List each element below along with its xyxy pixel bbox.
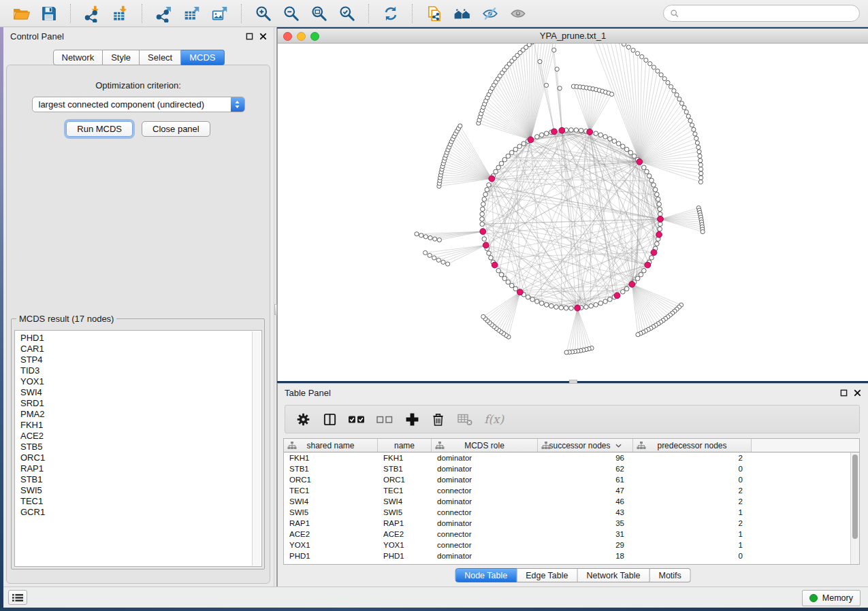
graph-node[interactable]: [658, 207, 662, 212]
mcds-result-item[interactable]: YOX1: [15, 376, 251, 387]
maximize-window-icon[interactable]: [310, 32, 319, 41]
graph-node[interactable]: [675, 93, 679, 97]
tab-node-table[interactable]: Node Table: [455, 568, 517, 582]
graph-node[interactable]: [698, 167, 703, 171]
graph-node[interactable]: [499, 161, 504, 166]
graph-node[interactable]: [436, 258, 440, 262]
graph-node[interactable]: [538, 59, 542, 63]
mcds-result-item[interactable]: STB1: [15, 474, 251, 485]
graph-dominator-node[interactable]: [637, 159, 643, 165]
graph-node[interactable]: [698, 163, 703, 167]
zoom-selected-button[interactable]: [334, 3, 359, 24]
graph-node[interactable]: [480, 212, 485, 216]
first-neighbors-button[interactable]: [449, 3, 475, 24]
graph-dominator-node[interactable]: [629, 281, 635, 287]
graph-node[interactable]: [458, 124, 462, 128]
deselect-all-rows-button[interactable]: [376, 409, 393, 429]
graph-node[interactable]: [446, 262, 450, 266]
graph-node[interactable]: [653, 187, 658, 192]
graph-node[interactable]: [608, 297, 613, 302]
close-panel-icon[interactable]: [854, 389, 861, 397]
graph-node[interactable]: [509, 150, 514, 155]
graph-node[interactable]: [621, 144, 626, 149]
mcds-result-item[interactable]: TEC1: [15, 496, 251, 507]
graph-node[interactable]: [482, 237, 487, 242]
graph-node[interactable]: [657, 202, 662, 207]
mcds-result-item[interactable]: PHD1: [15, 333, 251, 344]
graph-node[interactable]: [526, 295, 530, 299]
graph-node[interactable]: [610, 92, 614, 96]
graph-node[interactable]: [649, 256, 654, 261]
graph-node[interactable]: [419, 233, 423, 237]
graph-node[interactable]: [544, 83, 548, 87]
delete-column-button[interactable]: [430, 409, 447, 429]
graph-dominator-node[interactable]: [551, 129, 558, 135]
graph-node[interactable]: [482, 197, 487, 202]
graph-dominator-node[interactable]: [651, 250, 657, 256]
new-network-from-selection-button[interactable]: [421, 3, 447, 24]
show-all-button[interactable]: [505, 3, 530, 24]
float-panel-icon[interactable]: [246, 33, 253, 40]
mcds-list-scrollbar[interactable]: [252, 331, 261, 565]
graph-node[interactable]: [598, 301, 603, 306]
graph-node[interactable]: [487, 251, 492, 256]
panel-list-button[interactable]: [8, 590, 27, 605]
graph-dominator-node[interactable]: [483, 242, 489, 248]
graph-dominator-node[interactable]: [656, 231, 662, 237]
tab-network[interactable]: Network: [52, 50, 103, 65]
minimize-window-icon[interactable]: [297, 32, 306, 41]
graph-node[interactable]: [487, 183, 492, 188]
graph-dominator-node[interactable]: [480, 229, 486, 235]
graph-node[interactable]: [539, 301, 544, 306]
graph-node[interactable]: [666, 80, 670, 84]
graph-node[interactable]: [655, 192, 660, 197]
graph-node[interactable]: [694, 136, 698, 140]
graph-node[interactable]: [603, 299, 608, 304]
graph-node[interactable]: [415, 232, 419, 236]
table-row[interactable]: PHD1PHD1dominator180: [284, 550, 859, 561]
graph-node[interactable]: [480, 222, 485, 227]
graph-node[interactable]: [679, 101, 684, 105]
graph-node[interactable]: [584, 305, 589, 310]
export-table-button[interactable]: [179, 3, 204, 24]
graph-node[interactable]: [428, 253, 432, 257]
export-network-button[interactable]: [151, 3, 176, 24]
graph-node[interactable]: [569, 128, 574, 133]
tab-network-table[interactable]: Network Table: [578, 568, 650, 582]
graph-node[interactable]: [433, 237, 437, 241]
graph-dominator-node[interactable]: [492, 262, 498, 268]
graph-node[interactable]: [423, 235, 428, 239]
graph-node[interactable]: [699, 176, 703, 180]
graph-node[interactable]: [632, 154, 637, 159]
graph-node[interactable]: [481, 314, 485, 318]
mcds-result-item[interactable]: SWI4: [15, 387, 251, 398]
table-row[interactable]: FKH1FKH1dominator962: [284, 452, 859, 463]
graph-node[interactable]: [672, 88, 676, 93]
graph-node[interactable]: [639, 272, 643, 277]
graph-node[interactable]: [624, 286, 629, 291]
graph-node[interactable]: [502, 276, 507, 281]
graph-node[interactable]: [496, 165, 501, 170]
graph-node[interactable]: [544, 131, 549, 136]
graph-node[interactable]: [594, 303, 598, 308]
graph-dominator-node[interactable]: [645, 262, 651, 268]
graph-node[interactable]: [698, 180, 703, 184]
select-all-rows-button[interactable]: [348, 409, 366, 429]
graph-node[interactable]: [658, 222, 662, 227]
graph-node[interactable]: [640, 54, 644, 59]
mcds-result-item[interactable]: PMA2: [15, 409, 251, 420]
graph-node[interactable]: [509, 283, 514, 288]
graph-node[interactable]: [621, 290, 626, 295]
graph-node[interactable]: [506, 280, 511, 284]
table-row[interactable]: YOX1YOX1connector291: [284, 540, 859, 550]
memory-button[interactable]: Memory: [802, 590, 861, 606]
graph-node[interactable]: [698, 159, 703, 163]
table-row[interactable]: SWI5SWI5connector431: [284, 507, 859, 518]
graph-dominator-node[interactable]: [559, 127, 565, 133]
graph-node[interactable]: [589, 303, 594, 308]
export-image-button[interactable]: [207, 3, 232, 24]
tab-mcds[interactable]: MCDS: [181, 50, 224, 65]
run-mcds-button[interactable]: Run MCDS: [66, 121, 133, 137]
graph-node[interactable]: [502, 157, 507, 162]
graph-node[interactable]: [481, 207, 485, 212]
